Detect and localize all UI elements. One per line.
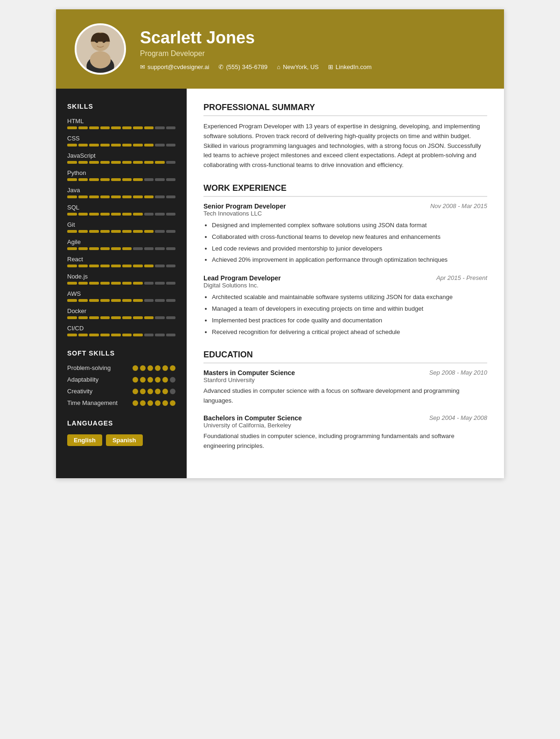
skill-segment [67,126,77,129]
skill-item: Python [67,169,175,181]
location-text: NewYork, US [283,63,319,70]
skill-bar [67,299,175,302]
header: Scarlett Jones Program Developer ✉ suppo… [56,9,504,89]
skill-name: Java [67,187,175,194]
skill-segment [111,178,121,181]
skill-segment [111,126,121,129]
skill-name: JavaScript [67,152,175,159]
skill-segment [67,213,77,216]
skill-bar [67,144,175,146]
skill-bar [67,316,175,319]
job-dates: Nov 2008 - Mar 2015 [430,202,487,209]
skill-segment [67,247,77,250]
soft-skill-dot [147,365,153,371]
job-bullet: Led code reviews and provided mentorship… [212,244,487,254]
job-bullet: Received recognition for delivering a cr… [212,328,487,337]
soft-skill-dot [133,389,138,394]
location-icon: ⌂ [277,63,280,70]
main-content: PROFESSIONAL SUMMARY Experienced Program… [187,89,504,478]
edu-degree: Bachelors in Computer Science [203,414,302,422]
skill-segment [122,213,132,216]
skill-segment [89,161,99,164]
skill-segment [155,161,165,164]
skill-segment [78,316,88,319]
languages-title: LANGUAGES [67,419,175,427]
skill-segment [111,161,121,164]
skill-segment [67,282,77,285]
skill-segment [100,213,110,216]
soft-skill-name: Time Management [67,399,118,406]
skill-segment [78,334,88,336]
job-dates: Apr 2015 - Present [436,274,487,281]
skill-segment [144,161,154,164]
soft-skill-item: Time Management [67,399,175,406]
soft-skills-list: Problem-solvingAdaptabilityCreativityTim… [67,364,175,406]
skill-name: HTML [67,118,175,125]
skill-segment [100,282,110,285]
skill-segment [133,334,143,336]
soft-skill-name: Problem-solving [67,364,111,371]
skill-segment [67,334,77,336]
edu-desc: Foundational studies in computer science… [203,432,487,451]
skill-segment [122,144,132,146]
skill-segment [100,334,110,336]
job-entry: Senior Program DeveloperNov 2008 - Mar 2… [203,202,487,265]
skill-segment [166,126,176,129]
soft-skill-dot [147,389,153,394]
job-company: Tech Innovations LLC [203,210,487,217]
skill-segment [166,213,176,216]
skill-segment [78,265,88,267]
skill-segment [133,144,143,146]
skill-segment [166,195,176,198]
skill-segment [89,144,99,146]
skill-segment [155,195,165,198]
skill-segment [155,282,165,285]
skill-segment [122,334,132,336]
soft-skill-item: Adaptability [67,376,175,383]
contact-linkedin: ⊞ LinkedIn.com [328,63,371,70]
header-contacts: ✉ support@cvdesigner.ai ✆ (555) 345-6789… [140,63,485,70]
summary-text: Experienced Program Developer with 13 ye… [203,122,487,170]
summary-section: PROFESSIONAL SUMMARY Experienced Program… [203,103,487,170]
skill-segment [133,161,143,164]
svg-point-6 [95,40,96,42]
soft-skill-dot [147,400,153,406]
edu-list: Masters in Computer ScienceSep 2008 - Ma… [203,369,487,451]
skill-bar [67,282,175,285]
languages-section: LANGUAGES EnglishSpanish [67,419,175,446]
skill-item: React [67,256,175,267]
work-section: WORK EXPERIENCE Senior Program Developer… [203,183,487,337]
skill-segment [67,161,77,164]
edu-school: University of California, Berkeley [203,422,487,429]
skill-segment [166,161,176,164]
skill-item: CI/CD [67,325,175,336]
sidebar: SKILLS HTMLCSSJavaScriptPythonJavaSQLGit… [56,89,187,478]
skill-bar [67,213,175,216]
job-bullets: Architected scalable and maintainable so… [203,293,487,337]
skill-name: Git [67,221,175,228]
skill-segment [122,265,132,267]
contact-phone: ✆ (555) 345-6789 [218,63,267,70]
skill-item: Git [67,221,175,233]
skill-segment [89,178,99,181]
skill-segment [133,126,143,129]
education-section: EDUCATION Masters in Computer ScienceSep… [203,350,487,451]
skill-segment [144,334,154,336]
job-bullet: Architected scalable and maintainable so… [212,293,487,302]
job-bullet: Designed and implemented complex softwar… [212,221,487,230]
body: SKILLS HTMLCSSJavaScriptPythonJavaSQLGit… [56,89,504,478]
skill-segment [111,213,121,216]
soft-skill-dot [133,377,138,383]
skill-segment [89,265,99,267]
soft-skill-dot [162,389,168,394]
skill-segment [89,334,99,336]
skills-section: SKILLS HTMLCSSJavaScriptPythonJavaSQLGit… [67,103,175,336]
skill-segment [100,316,110,319]
edu-header: Bachelors in Computer ScienceSep 2004 - … [203,414,487,422]
skill-segment [133,178,143,181]
linkedin-icon: ⊞ [328,63,333,70]
soft-skill-dot [155,400,161,406]
skill-segment [67,299,77,302]
soft-skill-item: Problem-solving [67,364,175,371]
soft-skill-dot [170,377,175,383]
